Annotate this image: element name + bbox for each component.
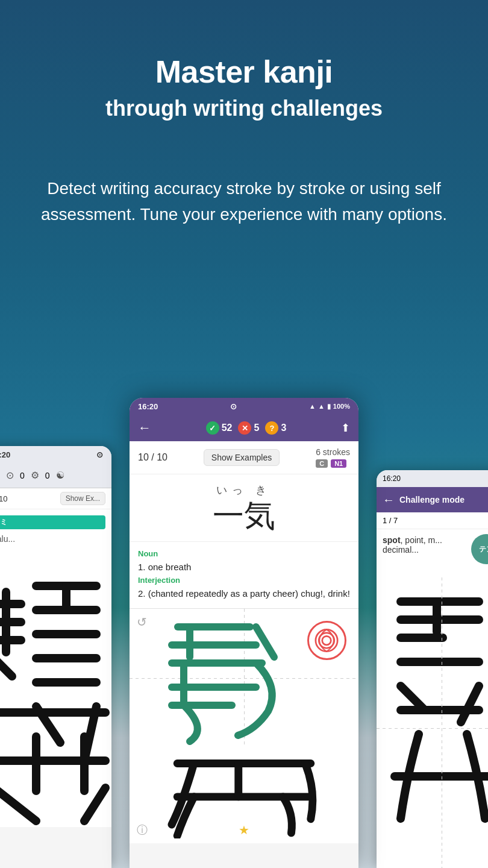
right-back-arrow[interactable]: ← [383,493,395,507]
left-progress-row: 1 / 10 Show Ex... [0,488,111,509]
strokes-count: 6 strokes [316,447,350,457]
description-text: Detect writing accuracy stroke by stroke… [0,145,488,264]
info-icon[interactable]: ⓘ [137,823,148,837]
left-phone-appbar: ← ⊙ 0 ⚙ 0 ☯ [0,463,111,488]
center-progress: 10 / 10 [138,452,167,463]
wrong-count: 5 [254,423,259,433]
center-status-bar: 16:20 ⊙ ▲ ▲ ▮ 100% [130,398,358,415]
badges-row: C N1 [316,459,350,468]
right-phone: 16:20 ⊙ ← Challenge mode 1 / 7 テン spot, … [377,470,488,868]
phones-container: 16:20 ⊙ ← ⊙ 0 ⚙ 0 ☯ 1 / 10 Show Ex... ヒミ… [0,374,488,868]
wifi-icon: ▲ [309,403,316,410]
center-app-header: ← ✓ 52 ✕ 5 ? 3 ⬆ [130,415,358,441]
center-status-icons: ▲ ▲ ▮ 100% [309,403,350,410]
svg-line-4 [0,658,12,676]
left-badge-area: ヒミ evalu... [0,509,111,550]
right-spot-bold: spot [383,535,401,545]
kanji-character: 一気 [138,498,350,533]
left-icon-1: ⊙ [6,470,14,481]
sub-title: through writing challenges [0,95,488,121]
badge-c: C [316,459,328,468]
right-content-area: テン spot, point, m... decimal... [377,529,488,577]
left-progress: 1 / 10 [0,494,8,503]
right-progress: 1 / 7 [383,516,398,525]
svg-line-17 [0,788,36,821]
stat-correct: ✓ 52 [206,421,233,435]
battery-percent: 100% [333,403,350,410]
star-icon[interactable]: ★ [239,823,249,837]
right-grid-h [377,728,488,729]
correct-count: 52 [222,423,233,433]
svg-line-25 [256,627,274,657]
show-examples-button[interactable]: Show Examples [204,449,280,466]
kanji-section: いっ き 一気 [130,474,358,541]
strokes-info: 6 strokes C N1 [316,447,350,468]
header-section: Master kanji through writing challenges [0,0,488,145]
right-drawing-area [377,577,488,868]
left-icon-3: ☯ [56,470,64,481]
left-phone-status-icon: ⊙ [96,450,103,459]
signal-icon: ▲ [318,403,325,410]
word-type-1: Noun [138,549,350,558]
left-phone-time: 16:20 [0,450,10,459]
right-progress-row: 1 / 7 [377,512,488,529]
svg-line-38 [461,686,479,722]
battery-icon: ▮ [327,403,331,410]
left-kanji-svg [0,550,111,827]
kanji-stroke-top [130,609,358,747]
center-time: 16:20 [138,402,158,411]
right-spot-text: , point, m... [401,535,442,545]
left-eval-text: evalu... [0,534,105,544]
correct-icon: ✓ [206,421,219,435]
right-grid-v [442,577,442,868]
left-show-examples[interactable]: Show Ex... [60,492,105,505]
left-phone: 16:20 ⊙ ← ⊙ 0 ⚙ 0 ☯ 1 / 10 Show Ex... ヒミ… [0,446,111,868]
unknown-count: 3 [281,423,286,433]
definition-section: Noun 1. one breath Interjection 2. (chan… [130,541,358,608]
center-back-arrow[interactable]: ← [138,420,151,436]
right-app-title: Challenge mode [399,495,465,505]
up-arrow-icon[interactable]: ⬆ [341,421,350,435]
left-phone-status-bar: 16:20 ⊙ [0,446,111,463]
left-kanji-bottom [0,550,111,827]
left-icon-count-2: 0 [45,471,50,480]
furigana: いっ き [138,483,350,497]
left-icon-count-1: 0 [20,471,25,480]
definition-2: 2. (chanted repeatedly as a party cheer)… [138,587,350,600]
center-status-dot: ⊙ [230,402,237,411]
word-type-2: Interjection [138,576,350,585]
main-title: Master kanji [0,54,488,90]
stat-unknown: ? 3 [265,421,286,435]
card-top-bar: 10 / 10 Show Examples 6 strokes C N1 [130,441,358,474]
unknown-icon: ? [265,421,278,435]
wrong-icon: ✕ [238,421,251,435]
center-header-stats: ✓ 52 ✕ 5 ? 3 [206,421,287,435]
right-status-bar: 16:20 ⊙ [377,470,488,487]
stat-wrong: ✕ 5 [238,421,259,435]
badge-n1: N1 [331,459,346,468]
definition-1: 1. one breath [138,561,350,573]
right-app-bar: ← Challenge mode [377,487,488,512]
right-kanji-svg [377,577,488,849]
left-icon-2: ⚙ [31,470,39,481]
center-phone: 16:20 ⊙ ▲ ▲ ▮ 100% ← ✓ 52 ✕ 5 [130,398,358,868]
right-decimal-text: decimal... [383,545,419,555]
drawing-area[interactable]: ↺ [130,608,358,843]
right-time: 16:20 [383,474,401,483]
left-teal-badge: ヒミ [0,515,105,529]
